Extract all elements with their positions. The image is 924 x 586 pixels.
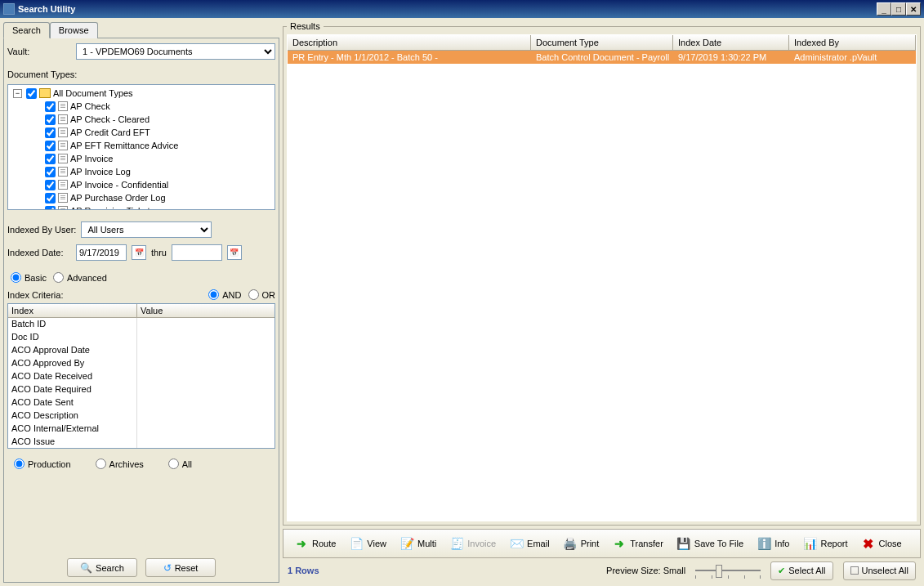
criteria-value-cell[interactable] xyxy=(137,383,275,396)
email-button[interactable]: ✉️Email xyxy=(503,533,556,554)
criteria-index-cell[interactable]: ACO Description xyxy=(8,409,137,423)
calendar-to-button[interactable]: 📅 xyxy=(227,245,242,260)
document-types-tree[interactable]: − All Document Types AP Check AP Check -… xyxy=(7,84,275,210)
reset-button[interactable]: ↺Reset xyxy=(145,558,216,577)
preview-size-slider[interactable] xyxy=(695,562,761,579)
window-titlebar: Search Utility _ □ ✕ xyxy=(0,0,924,18)
tree-item-checkbox[interactable] xyxy=(45,180,56,190)
tree-item-checkbox[interactable] xyxy=(45,101,56,112)
tree-item-label[interactable]: AP EFT Remittance Advice xyxy=(70,141,178,150)
tree-item-checkbox[interactable] xyxy=(45,114,56,125)
criteria-index-cell[interactable]: Doc ID xyxy=(8,331,137,344)
criteria-index-cell[interactable]: ACO Date Required xyxy=(8,383,137,396)
indexed-by-user-select[interactable]: All Users xyxy=(81,221,212,238)
tab-browse[interactable]: Browse xyxy=(50,22,98,38)
minimize-button[interactable]: _ xyxy=(877,2,891,16)
report-icon: 📊 xyxy=(802,536,817,551)
thru-label: thru xyxy=(151,248,167,257)
folder-icon xyxy=(39,88,51,98)
document-icon xyxy=(58,101,68,111)
criteria-index-cell[interactable]: ACO Approval Date xyxy=(8,344,137,357)
calendar-from-button[interactable]: 📅 xyxy=(132,245,146,260)
criteria-value-cell[interactable] xyxy=(137,318,275,331)
transfer-button[interactable]: ➜Transfer xyxy=(606,533,669,554)
tree-root-label[interactable]: All Document Types xyxy=(53,88,133,98)
tree-item-checkbox[interactable] xyxy=(45,193,56,204)
production-label: Production xyxy=(28,459,71,469)
criteria-value-cell[interactable] xyxy=(137,331,275,344)
production-radio[interactable] xyxy=(14,459,25,469)
tree-item-label[interactable]: AP Check - Cleared xyxy=(70,114,150,124)
select-all-button[interactable]: ✔Select All xyxy=(770,561,832,580)
results-col-doctype[interactable]: Document Type xyxy=(531,35,673,50)
criteria-index-cell[interactable]: ACO Internal/External xyxy=(8,423,137,436)
preview-size-label: Preview Size: Small xyxy=(606,566,685,575)
invoice-button[interactable]: 🧾Invoice xyxy=(444,533,502,554)
and-radio[interactable] xyxy=(208,289,219,300)
app-icon xyxy=(3,3,15,15)
save-to-file-button[interactable]: 💾Save To File xyxy=(671,533,749,554)
advanced-radio[interactable] xyxy=(53,272,64,283)
tree-collapse-icon[interactable]: − xyxy=(13,89,22,98)
tree-item-label[interactable]: AP Receiving Ticket xyxy=(70,206,150,210)
route-icon: ➜ xyxy=(294,536,309,551)
criteria-value-cell[interactable] xyxy=(137,344,275,357)
multi-button[interactable]: 📝Multi xyxy=(394,533,442,554)
criteria-value-cell[interactable] xyxy=(137,423,275,436)
unselect-all-button[interactable]: Unselect All xyxy=(843,561,916,580)
criteria-value-cell[interactable] xyxy=(137,370,275,383)
criteria-index-cell[interactable]: ACO Issue xyxy=(8,436,137,449)
tree-item-label[interactable]: AP Invoice Log xyxy=(70,167,131,177)
print-button[interactable]: 🖨️Print xyxy=(557,533,605,554)
tree-item-label[interactable]: AP Purchase Order Log xyxy=(70,193,166,203)
tree-item-label[interactable]: AP Invoice - Confidential xyxy=(70,180,168,190)
criteria-value-cell[interactable] xyxy=(137,396,275,409)
tree-item-checkbox[interactable] xyxy=(45,206,56,211)
results-panel: Results Description Document Type Index … xyxy=(283,21,921,583)
or-radio[interactable] xyxy=(248,289,259,300)
criteria-col-value[interactable]: Value xyxy=(137,304,275,317)
maximize-button[interactable]: □ xyxy=(891,2,906,16)
transfer-icon: ➜ xyxy=(612,536,627,551)
criteria-index-cell[interactable]: ACO Date Sent xyxy=(8,396,137,409)
results-row[interactable]: PR Entry - Mth 1/1/2012 - Batch 50 - Bat… xyxy=(288,51,916,64)
indexed-date-from-input[interactable] xyxy=(76,244,127,261)
criteria-index-cell[interactable]: ACO Approved By xyxy=(8,357,137,370)
close-button[interactable]: ✖Close xyxy=(855,533,908,554)
criteria-index-cell[interactable]: ACO Date Received xyxy=(8,370,137,383)
tab-search[interactable]: Search xyxy=(3,22,50,38)
tree-item-label[interactable]: AP Invoice xyxy=(70,154,113,163)
all-radio[interactable] xyxy=(168,459,179,469)
unchecked-icon xyxy=(850,566,859,575)
tree-item-checkbox[interactable] xyxy=(45,127,56,138)
results-col-description[interactable]: Description xyxy=(288,35,531,50)
results-col-indexdate[interactable]: Index Date xyxy=(673,35,789,50)
document-icon xyxy=(58,193,68,203)
criteria-index-cell[interactable]: Batch ID xyxy=(8,318,137,331)
basic-label: Basic xyxy=(25,273,47,283)
route-button[interactable]: ➜Route xyxy=(288,533,341,554)
search-button[interactable]: 🔍Search xyxy=(67,558,137,577)
criteria-value-cell[interactable] xyxy=(137,436,275,449)
results-col-indexedby[interactable]: Indexed By xyxy=(789,35,916,50)
results-grid[interactable]: Description Document Type Index Date Ind… xyxy=(287,34,917,521)
tree-root-checkbox[interactable] xyxy=(26,88,37,99)
document-icon xyxy=(58,206,68,210)
criteria-value-cell[interactable] xyxy=(137,357,275,370)
criteria-value-cell[interactable] xyxy=(137,409,275,423)
info-button[interactable]: ℹ️Info xyxy=(751,533,795,554)
archives-radio[interactable] xyxy=(96,459,106,469)
tree-item-checkbox[interactable] xyxy=(45,154,56,164)
vault-select[interactable]: 1 - VPDEMO69 Documents xyxy=(76,43,275,60)
tree-item-label[interactable]: AP Credit Card EFT xyxy=(70,127,150,137)
basic-radio[interactable] xyxy=(11,272,21,283)
index-criteria-grid[interactable]: Index Value Batch ID Doc ID ACO Approval… xyxy=(7,303,275,449)
criteria-col-index[interactable]: Index xyxy=(8,304,137,317)
close-window-button[interactable]: ✕ xyxy=(906,2,921,16)
indexed-date-to-input[interactable] xyxy=(172,244,222,261)
tree-item-checkbox[interactable] xyxy=(45,141,56,151)
tree-item-checkbox[interactable] xyxy=(45,167,56,177)
view-button[interactable]: 📄View xyxy=(343,533,392,554)
tree-item-label[interactable]: AP Check xyxy=(70,101,110,111)
report-button[interactable]: 📊Report xyxy=(797,533,853,554)
